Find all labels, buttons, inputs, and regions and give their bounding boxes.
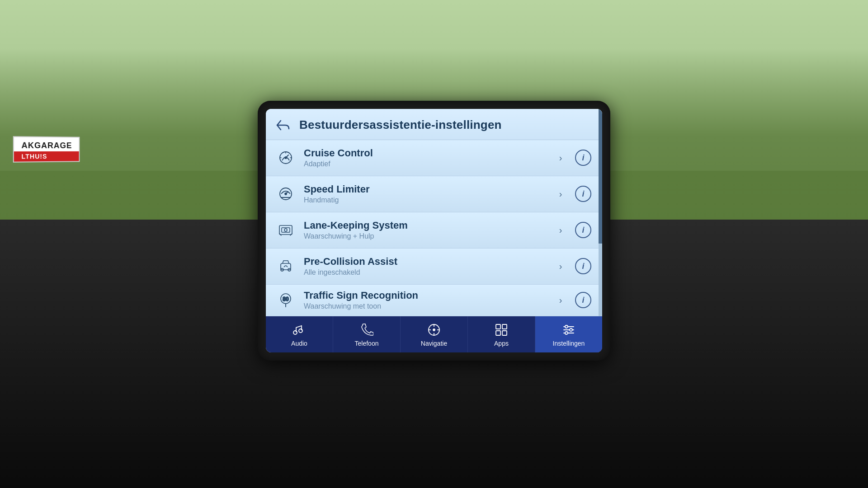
apps-icon [494, 323, 509, 337]
arrow-icon: › [553, 259, 568, 273]
scroll-thumb[interactable] [599, 109, 602, 244]
svg-rect-28 [496, 331, 500, 335]
svg-point-2 [285, 157, 287, 159]
svg-point-18 [293, 331, 297, 334]
back-icon [275, 119, 291, 131]
cruise-control-icon [275, 147, 297, 169]
nav-navigatie[interactable]: Navigatie [401, 316, 468, 352]
info-button[interactable]: i [575, 150, 591, 166]
nav-instellingen[interactable]: Instellingen [535, 316, 602, 352]
svg-point-34 [570, 328, 572, 331]
menu-item-pre-collision[interactable]: Pre-Collision Assist Alle ingeschakeld ›… [266, 249, 602, 285]
svg-rect-27 [502, 324, 507, 329]
svg-point-5 [285, 193, 287, 195]
svg-point-33 [565, 325, 568, 328]
audio-icon [292, 323, 307, 337]
lane-keeping-icon [275, 219, 297, 241]
arrow-icon: › [553, 293, 568, 307]
pre-collision-text: Pre-Collision Assist Alle ingeschakeld [304, 256, 553, 277]
nav-telefoon[interactable]: Telefoon [333, 316, 401, 352]
menu-item-cruise-control[interactable]: Cruise Control Adaptief › i [266, 140, 602, 176]
screen-header: Bestuurdersassistentie-instellingen [266, 109, 602, 140]
info-button[interactable]: i [575, 258, 591, 274]
nav-apps[interactable]: Apps [468, 316, 535, 352]
phone-icon [359, 323, 374, 337]
info-button[interactable]: i [575, 292, 591, 308]
info-button[interactable]: i [575, 222, 591, 238]
svg-rect-7 [279, 225, 292, 235]
speed-limiter-icon [275, 183, 297, 205]
traffic-sign-text: Traffic Sign Recognition Waarschuwing me… [304, 290, 553, 310]
arrow-icon: › [553, 187, 568, 201]
arrow-icon: › [553, 150, 568, 165]
cruise-control-text: Cruise Control Adaptief [304, 147, 553, 168]
svg-point-21 [433, 329, 435, 331]
lane-keeping-text: Lane-Keeping System Waarschuwing + Hulp [304, 220, 553, 240]
svg-point-19 [299, 329, 302, 333]
svg-text:80: 80 [283, 296, 289, 302]
svg-point-11 [284, 229, 287, 231]
menu-item-traffic-sign[interactable]: 80 Traffic Sign Recognition Waarschuwing… [266, 285, 602, 316]
svg-point-35 [565, 332, 568, 334]
pre-collision-icon [275, 255, 297, 277]
speed-limiter-text: Speed Limiter Handmatig [304, 183, 553, 204]
menu-item-speed-limiter[interactable]: Speed Limiter Handmatig › i [266, 176, 602, 212]
svg-rect-12 [281, 263, 291, 270]
settings-icon [561, 323, 576, 337]
svg-rect-29 [502, 331, 507, 335]
page-title: Bestuurdersassistentie-instellingen [299, 118, 502, 132]
garage-sign: AKGARAGE LTHU!S [13, 136, 80, 163]
car-screen: Bestuurdersassistentie-instellingen [258, 101, 610, 361]
svg-rect-26 [496, 324, 500, 329]
navigate-icon [427, 323, 441, 337]
menu-list: Cruise Control Adaptief › i [266, 140, 602, 316]
traffic-sign-icon: 80 [275, 289, 297, 311]
scroll-track[interactable] [599, 109, 602, 316]
nav-audio[interactable]: Audio [266, 316, 333, 352]
bottom-nav: Audio Telefoon [266, 316, 602, 352]
arrow-icon: › [553, 223, 568, 237]
info-button[interactable]: i [575, 186, 591, 202]
menu-item-lane-keeping[interactable]: Lane-Keeping System Waarschuwing + Hulp … [266, 212, 602, 249]
back-button[interactable] [275, 117, 291, 133]
